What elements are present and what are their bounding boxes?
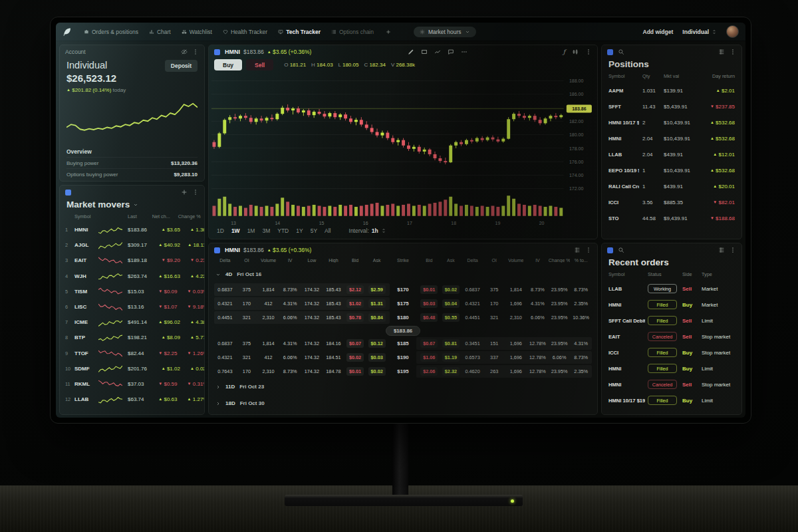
nav-tab-health-tracker[interactable]: Health Tracker — [217, 29, 273, 35]
order-row[interactable]: LLABWorkingSellMarket — [602, 281, 741, 297]
indicators-icon[interactable]: ƒ — [563, 49, 565, 55]
nav-tab-tech-tracker[interactable]: Tech Tracker — [273, 29, 326, 35]
position-row[interactable]: AAPM1.031$139.91▲ $2.01 — [602, 82, 741, 98]
movers-column-headers: SymbolLastNet ch...Change % — [60, 213, 204, 222]
hide-balances-icon[interactable] — [181, 49, 188, 55]
timeframe-1w[interactable]: 1W — [231, 227, 240, 234]
trend-tool-icon[interactable] — [434, 49, 441, 55]
robinhood-logo-icon[interactable] — [63, 27, 72, 37]
market-mover-row[interactable]: 3EAIT$189.18▼ $9.20▼ 0.23% — [60, 253, 204, 268]
position-row[interactable]: EEPO 10/19 $456 Put1$10,439.91▲ $532.68 — [602, 162, 741, 178]
nav-tab-chart[interactable]: Chart — [144, 29, 176, 35]
option-chain-row[interactable]: 0.43213214126.06%174.32184.51$0.02$0.03$… — [209, 350, 597, 364]
order-row[interactable]: HMNI 10/17 $195 CallFilledBuyLimit — [602, 392, 741, 408]
svg-text:174.00: 174.00 — [569, 172, 583, 178]
search-icon[interactable] — [618, 247, 624, 253]
timeframe-1m[interactable]: 1M — [247, 227, 255, 234]
nav-tab-watchlist[interactable]: Watchlist — [176, 29, 217, 35]
mini-sparkline — [98, 303, 122, 312]
chevron-down-icon — [465, 29, 470, 35]
deposit-button[interactable]: Deposit — [165, 60, 198, 72]
order-row[interactable]: HMNICanceledSellStop market — [602, 376, 741, 392]
market-movers-title[interactable]: Market movers — [60, 199, 204, 213]
widget-group-indicator[interactable] — [214, 247, 220, 253]
mini-sparkline — [98, 348, 122, 358]
market-mover-row[interactable]: 5TISM$15.03▼ $0.09▼ 0.03% — [60, 284, 204, 299]
more-tools-icon[interactable] — [461, 49, 467, 55]
chart-symbol-info: HMNI $183.86 ▲ $3.65 (+0.36%) — [225, 49, 311, 55]
search-icon[interactable] — [618, 49, 624, 55]
overview-label: Overview — [66, 146, 198, 157]
market-mover-row[interactable]: 12LLAB$63.74▲ $0.63▲ 1.27% — [60, 392, 204, 407]
market-mover-row[interactable]: 8BTP$198.21▲ $8.09▲ 5.77% — [60, 330, 204, 345]
option-chain-row[interactable]: 0.43211704124.31%174.32185.43$1.02$1.31$… — [209, 297, 597, 311]
widget-group-indicator[interactable] — [607, 247, 613, 253]
position-row[interactable]: HMNI 10/17 $195 Call2$10,439.91▲ $532.68 — [602, 114, 741, 130]
position-row[interactable]: LLAB2.04$439.91▲ $12.01 — [602, 146, 741, 162]
buy-button[interactable]: Buy — [214, 59, 242, 70]
expiration-group-row[interactable]: 18DFri Oct 30 — [209, 395, 597, 412]
avatar[interactable] — [726, 25, 739, 38]
timeframe-all[interactable]: All — [325, 227, 331, 234]
nav-tab-orders-positions[interactable]: Orders & positions — [78, 29, 144, 35]
bar-chart-icon — [149, 29, 154, 35]
position-row[interactable]: STO44.58$9,439.91▼ $188.68 — [602, 210, 741, 226]
market-mover-row[interactable]: 6LISC$13.16▼ $1.07▼ 9.18% — [60, 299, 204, 315]
position-row[interactable]: ICCI3.56$885.35▼ $82.01 — [602, 194, 741, 210]
add-tab-button[interactable] — [380, 29, 396, 35]
chart-menu-icon[interactable] — [585, 49, 592, 55]
position-row[interactable]: RALI Call Credit Spread1$439.91▲ $20.01 — [602, 178, 741, 194]
timeframe-ytd[interactable]: YTD — [277, 227, 289, 234]
add-widget-button[interactable]: Add widget — [643, 29, 674, 35]
timeframe-3m[interactable]: 3M — [262, 227, 270, 234]
timeframe-1y[interactable]: 1Y — [296, 227, 303, 234]
market-mover-row[interactable]: 10SDMF$201.76▲ $1.02▲ 0.02% — [60, 361, 204, 376]
table-settings-icon[interactable] — [574, 247, 581, 253]
market-mover-row[interactable]: 9TTOF$82.44▼ $2.25▼ 1.26% — [60, 346, 204, 361]
account-menu-icon[interactable] — [192, 49, 199, 55]
market-mover-row[interactable]: 7ICME$491.14▲ $96.02▲ 4.38% — [60, 315, 204, 330]
add-icon[interactable] — [181, 189, 188, 196]
order-row[interactable]: SFFT Call Debit SpreadFilledSellLimit — [602, 313, 741, 329]
expiration-group-row[interactable]: 11DFri Oct 23 — [209, 378, 597, 395]
candlestick-chart[interactable]: 188.00186.00184.00182.00180.00178.00176.… — [211, 72, 595, 226]
expiration-group-row[interactable]: 4DFri Oct 16 — [209, 266, 597, 283]
annotation-icon[interactable] — [448, 49, 454, 55]
table-settings-icon[interactable] — [718, 49, 725, 55]
market-mover-row[interactable]: 11RKML$37.03▼ $0.59▼ 0.31% — [60, 376, 204, 392]
positions-menu-icon[interactable] — [730, 49, 736, 55]
chart-type-icon[interactable] — [572, 49, 579, 55]
option-chain-row[interactable]: 0.44513212,3106.06%174.32185.43$0.78$0.8… — [209, 311, 597, 325]
market-hours-button[interactable]: Market hours — [414, 27, 476, 37]
option-chain-row[interactable]: 0.68373751,8144.31%174.32184.16$0.07$0.1… — [209, 336, 597, 350]
option-chain-row[interactable]: 0.76431702,3108.73%174.32184.78$0.01$0.0… — [209, 364, 597, 378]
market-mover-row[interactable]: 2AJGL$309.17▲ $40.92▲ 18.11% — [60, 237, 204, 253]
market-mover-row[interactable]: 4WJH$263.74▲ $16.63▲ 4.22% — [60, 269, 204, 284]
widget-group-indicator[interactable] — [65, 190, 71, 196]
widget-group-indicator[interactable] — [607, 49, 613, 55]
layout-selector[interactable]: Individual — [682, 29, 717, 35]
order-row[interactable]: HMNIFilledBuyMarket — [602, 297, 741, 313]
market-mover-row[interactable]: 1HMNI$183.86▲ $3.65▲ 1.36% — [60, 222, 204, 237]
position-row[interactable]: SFFT11.43$5,439.91▼ $237.85 — [602, 98, 741, 114]
draw-icon[interactable] — [408, 49, 414, 55]
widget-menu-icon[interactable] — [192, 189, 199, 196]
option-chain-row[interactable]: 0.68373751,8148.73%174.32185.43$2.12$2.5… — [209, 283, 597, 297]
timeframe-1d[interactable]: 1D — [217, 227, 224, 234]
options-menu-icon[interactable] — [585, 247, 592, 253]
order-row[interactable]: ICCIFilledBuyStop market — [602, 344, 741, 360]
account-widget: Account Individual $26,523.12 ▲ $201.82 … — [59, 45, 205, 182]
widget-group-indicator[interactable] — [214, 49, 220, 55]
order-status-badge: Working — [648, 284, 677, 293]
interval-selector[interactable]: Interval:1h — [349, 227, 386, 234]
timeframe-5y[interactable]: 5Y — [311, 227, 317, 234]
nav-tab-options-chain[interactable]: Options chain — [326, 29, 379, 35]
position-row[interactable]: HMNI2.04$10,439.91▲ $532.68 — [602, 130, 741, 146]
order-row[interactable]: EAITCanceledSellStop market — [602, 329, 741, 344]
shape-tool-icon[interactable] — [421, 49, 428, 55]
order-row[interactable]: HMNIFilledBuyLimit — [602, 360, 741, 376]
mini-sparkline — [98, 379, 122, 388]
table-settings-icon[interactable] — [718, 247, 725, 253]
orders-menu-icon[interactable] — [730, 247, 736, 253]
sell-button[interactable]: Sell — [246, 59, 273, 70]
